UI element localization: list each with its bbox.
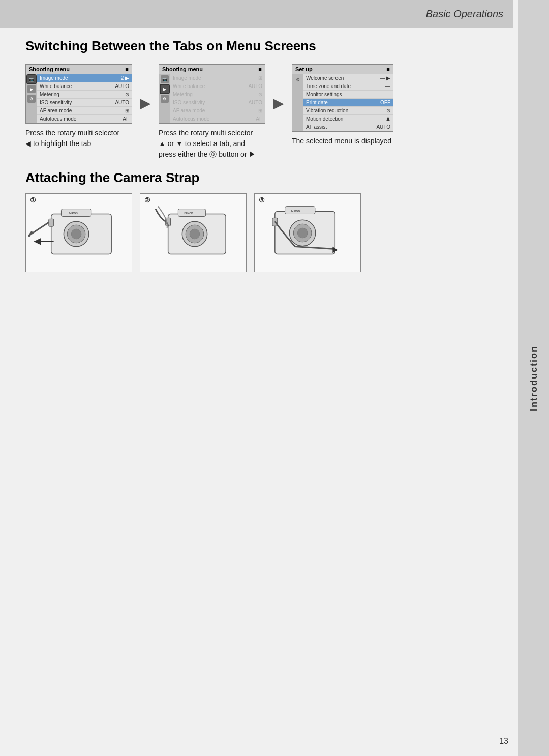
svg-rect-5: [49, 219, 54, 226]
menu1-tabs: 📷 ▶ ⚙ Image mode 2 ▶ White balance AUTO: [26, 74, 132, 123]
svg-point-15: [190, 229, 200, 239]
setup-menu-header: Set up ■: [292, 65, 393, 74]
photo-number-3: ③: [259, 196, 265, 204]
menu2-item-3: ISO sensitivity AUTO: [170, 99, 265, 107]
caption1: Press the rotary multi selector ◀ to hig…: [25, 128, 127, 149]
page-title: Basic Operations: [426, 8, 503, 20]
main-content: Switching Between the Tabs on Menu Scree…: [15, 28, 513, 282]
tab-icon-play-2: ▶: [161, 85, 169, 93]
setup-item-0: Welcome screen — ▶: [303, 74, 393, 82]
tab-icon-gear-2: ⚙: [161, 95, 169, 103]
svg-rect-19: [285, 207, 315, 214]
menu2-item-2: Metering ⊙: [170, 91, 265, 99]
menu2-item-5: Autofocus mode AF: [170, 115, 265, 123]
menu1-item-1: White balance AUTO: [37, 82, 132, 91]
introduction-tab: Introduction: [518, 0, 549, 756]
tab-label: Introduction: [529, 345, 539, 411]
menu2-items: Image mode ⊞ White balance AUTO Metering…: [170, 74, 265, 123]
setup-item-2: Monitor settings —: [303, 91, 393, 99]
menu2-col: Shooting menu ■ 📷 ▶ ⚙ Image mode ⊞: [159, 64, 265, 160]
svg-marker-8: [34, 238, 41, 245]
setup-item-1: Time zone and date —: [303, 82, 393, 91]
menu2-item-0: Image mode ⊞: [170, 74, 265, 82]
photo-number-1: ①: [30, 196, 36, 204]
setup-item-4: Vibration reduction ⊙: [303, 107, 393, 115]
menu1-item-2: Metering ⊙: [37, 91, 132, 99]
camera-menu-1: Shooting menu ■ 📷 ▶ ⚙ Image mode 2 ▶: [25, 64, 132, 124]
menu1-item-0: Image mode 2 ▶: [37, 74, 132, 82]
caption2: Press the rotary multi selector ▲ or ▼ t…: [159, 128, 260, 160]
menu1-col: Shooting menu ■ 📷 ▶ ⚙ Image mode 2 ▶: [25, 64, 132, 149]
camera-illustration-2: Nikon: [140, 194, 246, 272]
menu1-items: Image mode 2 ▶ White balance AUTO Meteri…: [37, 74, 132, 123]
menu1-sidebar: 📷 ▶ ⚙: [26, 74, 37, 123]
setup-menu-row: ⚙ Welcome screen — ▶ Time zone and date …: [292, 74, 393, 131]
page-number: 13: [499, 737, 508, 746]
menu1-item-5: Autofocus mode AF: [37, 115, 132, 123]
camera-photo-3: ③ Nikon: [254, 193, 361, 272]
menu2-tabs: 📷 ▶ ⚙ Image mode ⊞ White balance AUTO: [159, 74, 265, 123]
svg-text:Nikon: Nikon: [69, 211, 78, 215]
caption3: The selected menu is displayed: [292, 136, 391, 147]
menu2-sidebar: 📷 ▶ ⚙: [159, 74, 170, 123]
svg-text:Nikon: Nikon: [184, 211, 193, 215]
tab-icon-camera: 📷: [27, 75, 36, 83]
menu2-item-1: White balance AUTO: [170, 82, 265, 91]
svg-point-22: [297, 228, 308, 238]
menu1-item-3: ISO sensitivity AUTO: [37, 99, 132, 107]
menu1-item-4: AF area mode ⊞: [37, 107, 132, 115]
page-header: Basic Operations: [0, 0, 513, 28]
menu2-item-4: AF area mode ⊞: [170, 107, 265, 115]
menu2-header: Shooting menu ■: [159, 65, 265, 74]
setup-item-6: AF assist AUTO: [303, 123, 393, 131]
camera-illustration-3: Nikon: [255, 194, 360, 272]
svg-line-6: [31, 222, 49, 234]
tab-icon-camera-2: 📷: [161, 75, 169, 83]
camera-photo-1: ① Nikon: [25, 193, 132, 272]
setup-menu: Set up ■ ⚙ Welcome screen — ▶: [292, 64, 393, 132]
setup-items: Welcome screen — ▶ Time zone and date — …: [303, 74, 393, 131]
camera-photo-2: ② Nikon: [140, 193, 247, 272]
photo-number-2: ②: [144, 196, 150, 204]
setup-sidebar: ⚙: [292, 74, 303, 131]
menu3-col: Set up ■ ⚙ Welcome screen — ▶: [292, 64, 393, 147]
setup-item-3: Print date OFF: [303, 99, 393, 107]
camera-illustration-1: Nikon: [26, 194, 132, 272]
svg-text:Nikon: Nikon: [291, 209, 300, 213]
setup-item-5: Motion detection ♟: [303, 115, 393, 123]
tab-icon-play: ▶: [27, 85, 36, 93]
section1-title: Switching Between the Tabs on Menu Scree…: [25, 38, 503, 54]
tab-icon-gear: ⚙: [27, 95, 36, 103]
camera-menu-2: Shooting menu ■ 📷 ▶ ⚙ Image mode ⊞: [159, 64, 265, 124]
arrow-1: ▶: [140, 64, 151, 111]
section2-title: Attaching the Camera Strap: [25, 170, 503, 186]
camera-photos-row: ① Nikon: [25, 193, 503, 272]
menu1-header: Shooting menu ■: [26, 65, 132, 74]
menu-screens-row: Shooting menu ■ 📷 ▶ ⚙ Image mode 2 ▶: [25, 64, 503, 160]
setup-tab-icon: ⚙: [292, 74, 303, 85]
arrow-2: ▶: [273, 64, 284, 111]
svg-point-4: [71, 229, 81, 239]
